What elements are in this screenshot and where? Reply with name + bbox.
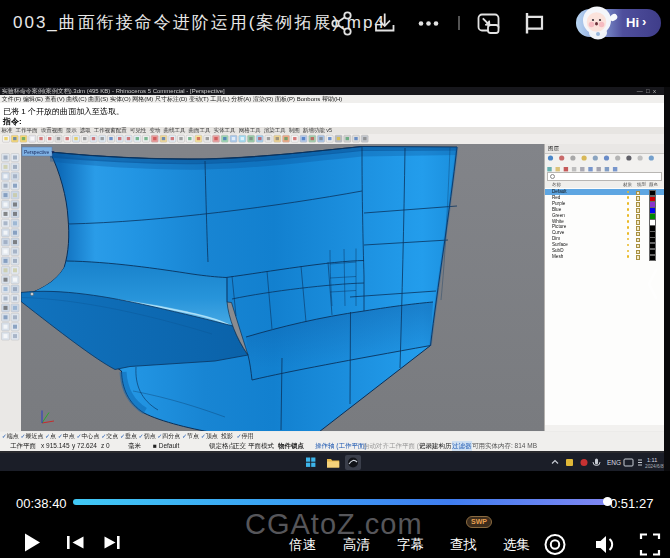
- svg-text:2024/6/8: 2024/6/8: [645, 464, 664, 469]
- svg-text:ENG: ENG: [607, 459, 621, 466]
- svg-text:Perspective ▼: Perspective ▼: [24, 150, 55, 155]
- svg-text:1:11: 1:11: [647, 457, 657, 463]
